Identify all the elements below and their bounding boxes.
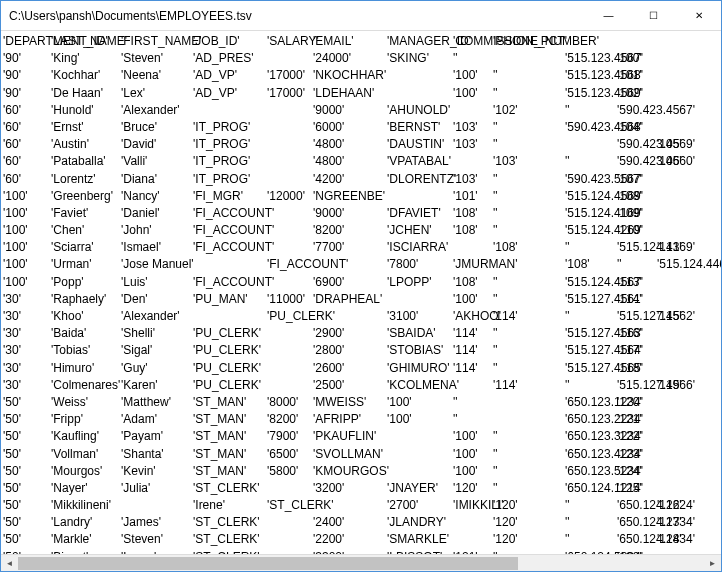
table-row[interactable]: '90''De Haan''Lex''AD_VP''17000''LDEHAAN… xyxy=(3,85,719,102)
cell: '650.124.1214' xyxy=(565,480,617,497)
cell: '30' xyxy=(3,291,51,308)
table-row[interactable]: '50''Mikkilineni''Irene''ST_CLERK''2700'… xyxy=(3,497,719,514)
table-row[interactable]: '50''Landry''James''ST_CLERK''2400''JLAN… xyxy=(3,514,719,531)
cell: '90' xyxy=(3,50,51,67)
table-row[interactable]: '60''Pataballa''Valli''IT_PROG''4800''VP… xyxy=(3,153,719,170)
table-row[interactable]: '50''Weiss''Matthew''ST_MAN''8000''MWEIS… xyxy=(3,394,719,411)
table-row[interactable]: '50''Bissot''Laura''ST_CLERK''3300''LBIS… xyxy=(3,549,719,554)
cell: 'Khoo' xyxy=(51,308,121,325)
cell: '8200' xyxy=(267,411,313,428)
cell: '50' xyxy=(3,411,51,428)
maximize-button[interactable]: ☐ xyxy=(631,1,676,30)
cell: '100' xyxy=(3,222,51,239)
cell: '515.127.4566' xyxy=(617,377,657,394)
cell: 'IT_PROG' xyxy=(193,119,267,136)
table-row[interactable]: '60''Ernst''Bruce''IT_PROG''6000''BERNST… xyxy=(3,119,719,136)
cell: 'GHIMURO' xyxy=(387,360,453,377)
scrollbar-thumb[interactable] xyxy=(18,557,518,570)
cell: 'ST_MAN' xyxy=(193,446,267,463)
cell: 'ST_CLERK' xyxy=(193,531,267,548)
table-row[interactable]: '50''Nayer''Julia''ST_CLERK''3200''JNAYE… xyxy=(3,480,719,497)
cell: 'Julia' xyxy=(121,480,193,497)
cell: '100' xyxy=(3,205,51,222)
cell: '650.123.3234' xyxy=(565,428,617,445)
cell: '108' xyxy=(493,239,565,256)
cell: '102' xyxy=(493,102,565,119)
cell: '650.124.1334' xyxy=(617,514,657,531)
cell: 'DFAVIET' xyxy=(387,205,453,222)
table-row[interactable]: '30''Khoo''Alexander''PU_CLERK''3100''AK… xyxy=(3,308,719,325)
cell: '2700' xyxy=(387,497,453,514)
cell: 'Adam' xyxy=(121,411,193,428)
table-row[interactable]: '100''Faviet''Daniel''FI_ACCOUNT''9000''… xyxy=(3,205,719,222)
cell: '114' xyxy=(453,342,493,359)
table-row[interactable]: '30''Colmenares''Karen''PU_CLERK''2500''… xyxy=(3,377,719,394)
table-row[interactable]: '90''Kochhar''Neena''AD_VP''17000''NKOCH… xyxy=(3,67,719,84)
cell: 'Neena' xyxy=(121,67,193,84)
cell: '' xyxy=(565,102,617,119)
cell: 'Lex' xyxy=(121,85,193,102)
cell: '50' xyxy=(3,549,51,554)
scroll-right-button[interactable]: ► xyxy=(704,555,721,572)
cell: '104' xyxy=(617,119,657,136)
cell: 'BERNST' xyxy=(387,119,453,136)
cell: 'Ernst' xyxy=(51,119,121,136)
cell: '' xyxy=(493,342,565,359)
cell: '100' xyxy=(387,411,453,428)
cell: 'KCOLMENA' xyxy=(387,377,453,394)
cell: '' xyxy=(565,531,617,548)
table-row[interactable]: '50''Vollman''Shanta''ST_MAN''6500''SVOL… xyxy=(3,446,719,463)
table-row[interactable]: '50''Markle''Steven''ST_CLERK''2200''SMA… xyxy=(3,531,719,548)
table-row[interactable]: '60''Hunold''Alexander''9000''AHUNOLD''1… xyxy=(3,102,719,119)
cell: '3100' xyxy=(387,308,453,325)
horizontal-scrollbar[interactable]: ◄ ► xyxy=(1,554,721,571)
cell: '100' xyxy=(453,428,493,445)
cell: '7900' xyxy=(267,428,313,445)
cell: '' xyxy=(565,239,617,256)
cell: '515.123.4567' xyxy=(565,50,617,67)
table-row[interactable]: '30''Himuro''Guy''PU_CLERK''2600''GHIMUR… xyxy=(3,360,719,377)
cell: '128' xyxy=(657,531,721,548)
table-row[interactable]: '100''Chen''John''FI_ACCOUNT''8200''JCHE… xyxy=(3,222,719,239)
scroll-left-button[interactable]: ◄ xyxy=(1,555,18,572)
table-row[interactable]: '100''Popp''Luis''FI_ACCOUNT''6900''LPOP… xyxy=(3,274,719,291)
cell: '2400' xyxy=(313,514,387,531)
cell: '2500' xyxy=(313,377,387,394)
table-row[interactable]: '60''Austin''David''IT_PROG''4800''DAUST… xyxy=(3,136,719,153)
table-row[interactable]: '30''Raphaely''Den''PU_MAN''11000''DRAPH… xyxy=(3,291,719,308)
cell: '24000' xyxy=(313,50,387,67)
cell: '17000' xyxy=(267,67,313,84)
table-row[interactable]: '60''Lorentz''Diana''IT_PROG''4200''DLOR… xyxy=(3,171,719,188)
cell: '515.123.4569' xyxy=(565,85,617,102)
table-row[interactable]: '30''Baida''Shelli''PU_CLERK''2900''SBAI… xyxy=(3,325,719,342)
cell: 'Tobias' xyxy=(51,342,121,359)
table-row[interactable]: '30''Tobias''Sigal''PU_CLERK''2800''STOB… xyxy=(3,342,719,359)
cell: '' xyxy=(493,291,565,308)
titlebar[interactable]: C:\Users\pansh\Documents\EMPLOYEES.tsv —… xyxy=(1,1,721,31)
cell: '' xyxy=(565,308,617,325)
cell: 'Popp' xyxy=(51,274,121,291)
cell: 'Pataballa' xyxy=(51,153,121,170)
table-row[interactable]: '100''Sciarra''Ismael''FI_ACCOUNT''7700'… xyxy=(3,239,719,256)
table-row[interactable]: '100''Urman''Jose Manuel''FI_ACCOUNT''78… xyxy=(3,256,719,273)
cell: 'Sigal' xyxy=(121,342,193,359)
table-row[interactable]: '50''Mourgos''Kevin''ST_MAN''5800''KMOUR… xyxy=(3,463,719,480)
table-row[interactable]: '50''Fripp''Adam''ST_MAN''8200''AFRIPP''… xyxy=(3,411,719,428)
cell: '11000' xyxy=(267,291,313,308)
cell: 'KMOURGOS' xyxy=(313,463,387,480)
cell: 'Hunold' xyxy=(51,102,121,119)
minimize-button[interactable]: — xyxy=(586,1,631,30)
header-row[interactable]: 'DEPARTMENT_ID''LAST_NAME''FIRST_NAME''J… xyxy=(3,33,719,50)
cell: 'ISCIARRA' xyxy=(387,239,453,256)
data-grid[interactable]: 'DEPARTMENT_ID''LAST_NAME''FIRST_NAME''J… xyxy=(1,31,721,554)
cell: '12000' xyxy=(267,188,313,205)
table-row[interactable]: '100''Greenberg''Nancy''FI_MGR''12000''N… xyxy=(3,188,719,205)
scrollbar-track[interactable] xyxy=(18,555,704,571)
close-button[interactable]: ✕ xyxy=(676,1,721,30)
table-row[interactable]: '50''Kaufling''Payam''ST_MAN''7900''PKAU… xyxy=(3,428,719,445)
cell: 'David' xyxy=(121,136,193,153)
column-header: 'JOB_ID' xyxy=(193,33,267,50)
table-row[interactable]: '90''King''Steven''AD_PRES''24000''SKING… xyxy=(3,50,719,67)
cell: '50' xyxy=(3,463,51,480)
cell: 'FI_ACCOUNT' xyxy=(193,239,267,256)
